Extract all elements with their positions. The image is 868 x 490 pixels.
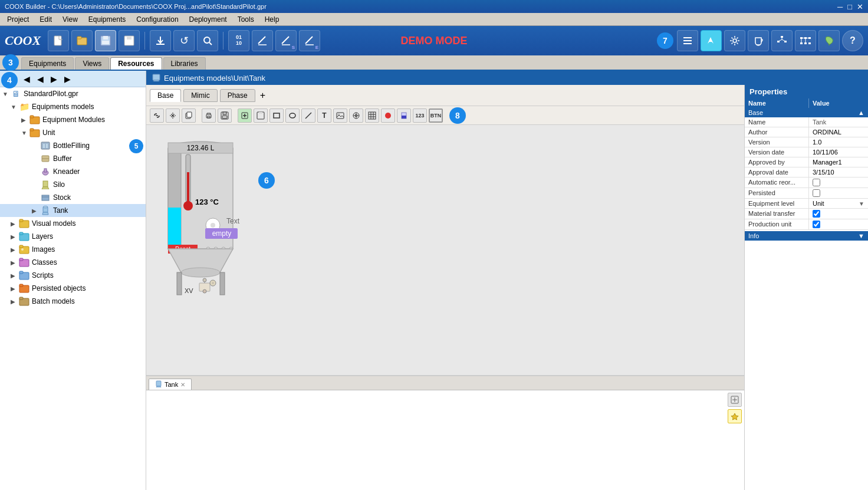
expand-eq-modules[interactable]: ▶ [21, 117, 29, 123]
menu-help[interactable]: Help [260, 14, 284, 25]
bottom-icon1[interactable] [728, 393, 742, 407]
editor-canvas-area[interactable]: 123 °C 123.46 L Text empty [146, 125, 744, 375]
sidebar-forward1-btn[interactable]: ▶ [48, 73, 60, 85]
tree-item-images[interactable]: ▶ Images [0, 243, 146, 256]
toolbar-edit2-btn[interactable]: S [275, 30, 297, 51]
eqlevel-dropdown-icon[interactable]: ▼ [859, 200, 864, 207]
toolbar-settings-btn[interactable] [724, 30, 745, 51]
bottom-tab-close-btn[interactable]: ✕ [180, 382, 185, 388]
toolbar-edit1-btn[interactable] [252, 30, 273, 51]
tree-item-scripts[interactable]: ▶ Scripts [0, 269, 146, 282]
info-section-collapse[interactable]: ▼ [858, 232, 864, 239]
toolbar-network2-btn[interactable] [795, 30, 816, 51]
expand-unit[interactable]: ▼ [21, 130, 29, 136]
toolbar-network1-btn[interactable] [771, 30, 793, 51]
tab-add-btn[interactable]: + [260, 90, 265, 101]
prop-value-versiondate[interactable]: 10/11/06 [809, 147, 868, 157]
expand-images[interactable]: ▶ [11, 246, 19, 253]
toolbar-highlight-btn[interactable] [701, 30, 722, 51]
ed-tab-mimic[interactable]: Mimic [183, 89, 217, 102]
menu-edit[interactable]: Edit [35, 14, 57, 25]
prop-value-version[interactable]: 1.0 [809, 137, 868, 147]
bottom-tab-tank[interactable]: Tank ✕ [149, 379, 192, 390]
draw-pan-btn[interactable] [166, 108, 180, 123]
draw-addwidget-btn[interactable] [238, 108, 252, 123]
prop-value-name[interactable]: Tank [809, 117, 868, 127]
tree-item-layers[interactable]: ▶ Layers [0, 230, 146, 243]
bottom-icon2[interactable] [728, 409, 742, 423]
tree-item-classes[interactable]: ▶ Classes [0, 256, 146, 269]
draw-bar-btn[interactable] [397, 108, 411, 123]
toolbar-edit3-btn[interactable]: E [299, 30, 320, 51]
prop-value-production[interactable] [809, 219, 868, 229]
tree-item-kneader[interactable]: ▶ Kneader [0, 165, 146, 178]
base-section-collapse[interactable]: ▲ [858, 109, 864, 116]
tab-views[interactable]: Views [75, 57, 109, 70]
material-checkbox[interactable] [813, 210, 820, 218]
prop-value-eqlevel[interactable]: Unit ▼ [809, 199, 868, 208]
tree-item-gpr[interactable]: ▼ 🖥 StandardPilot.gpr [0, 87, 146, 100]
prop-value-material[interactable] [809, 209, 868, 219]
tank-widget[interactable]: 123 °C 123.46 L Text empty [152, 131, 249, 304]
draw-image-btn[interactable] [333, 108, 347, 123]
expand-eq-models[interactable]: ▼ [11, 104, 19, 110]
ed-tab-phase[interactable]: Phase [220, 89, 255, 102]
draw-ellipse-btn[interactable] [285, 108, 300, 123]
toolbar-layers-btn[interactable] [677, 30, 698, 51]
toolbar-help-btn[interactable]: ? [842, 30, 863, 51]
expand-scripts[interactable]: ▶ [11, 272, 19, 279]
prop-value-author[interactable]: ORDINAL [809, 127, 868, 137]
toolbar-refresh-btn[interactable]: ↺ [173, 30, 195, 51]
tab-equipments[interactable]: Equipments [21, 57, 74, 70]
close-btn[interactable]: ✕ [857, 2, 863, 11]
expand-persisted[interactable]: ▶ [11, 285, 19, 292]
toolbar-new-btn[interactable] [48, 30, 69, 51]
draw-copy-btn[interactable] [182, 108, 196, 123]
prop-value-autoreor[interactable] [809, 177, 868, 188]
menu-deployment[interactable]: Deployment [185, 14, 232, 25]
tab-resources[interactable]: Resources [110, 57, 162, 70]
maximize-btn[interactable]: □ [847, 2, 852, 11]
tree-item-visual[interactable]: ▶ Visual models [0, 217, 146, 230]
persisted-checkbox[interactable] [813, 189, 820, 197]
draw-text-btn[interactable]: T [317, 108, 331, 123]
tree-item-stock[interactable]: ▶ Stock [0, 191, 146, 204]
sidebar-back1-btn[interactable]: ◀ [21, 73, 32, 85]
draw-save-btn[interactable] [218, 108, 232, 123]
tree-item-persisted[interactable]: ▶ Persisted objects [0, 282, 146, 295]
toolbar-download-btn[interactable] [150, 30, 171, 51]
title-bar-controls[interactable]: ─ □ ✕ [837, 2, 863, 11]
draw-table-btn[interactable] [365, 108, 379, 123]
draw-line-btn[interactable] [301, 108, 315, 123]
tree-item-buffer[interactable]: ▶ Buffer [0, 152, 146, 165]
autoreor-checkbox[interactable] [813, 179, 820, 186]
expand-classes[interactable]: ▶ [11, 259, 19, 266]
sidebar-back2-btn[interactable]: ◀ [35, 73, 46, 85]
draw-redcircle-btn[interactable] [381, 108, 395, 123]
ed-tab-base[interactable]: Base [150, 89, 181, 102]
toolbar-search-btn[interactable] [197, 30, 218, 51]
minimize-btn[interactable]: ─ [837, 2, 843, 11]
toolbar-save-btn[interactable] [95, 30, 116, 51]
expand-visual[interactable]: ▶ [11, 221, 19, 227]
draw-number-btn[interactable]: 123 [413, 108, 427, 123]
menu-project[interactable]: Project [2, 14, 34, 25]
toolbar-leaf-btn[interactable] [818, 30, 840, 51]
tree-item-eq-modules[interactable]: ▶ Equipment Modules [0, 113, 146, 126]
toolbar-binary-btn[interactable]: 0110 [228, 30, 249, 51]
toolbar-open-btn[interactable] [71, 30, 93, 51]
info-section-header[interactable]: Info ▼ [745, 231, 868, 241]
menu-tools[interactable]: Tools [233, 14, 259, 25]
menu-view[interactable]: View [58, 14, 83, 25]
expand-tank[interactable]: ▶ [32, 208, 40, 214]
draw-print-btn[interactable] [202, 108, 216, 123]
production-checkbox[interactable] [813, 221, 820, 228]
tree-item-eq-models[interactable]: ▼ 📁 Equipments models [0, 100, 146, 113]
base-section-header[interactable]: Base ▲ [745, 108, 868, 117]
draw-button-btn[interactable]: BTN [429, 108, 443, 123]
tree-item-silo[interactable]: ▶ Silo [0, 178, 146, 191]
draw-link-btn[interactable] [150, 108, 164, 123]
expand-layers[interactable]: ▶ [11, 234, 19, 240]
menu-configuration[interactable]: Configuration [131, 14, 183, 25]
tree-item-tank[interactable]: ▶ Tank [0, 204, 146, 217]
